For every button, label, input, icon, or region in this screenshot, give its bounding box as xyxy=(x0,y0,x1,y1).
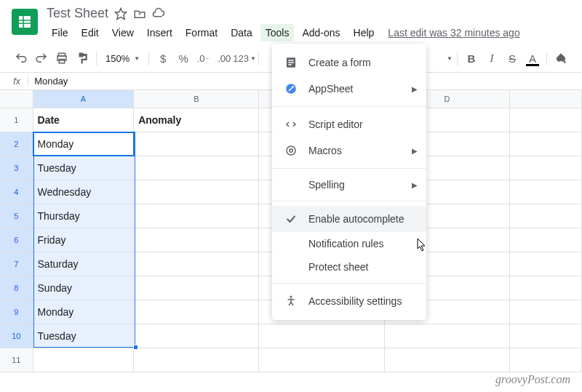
cell-E7[interactable] xyxy=(510,252,582,276)
row-header-1[interactable]: 1 xyxy=(0,108,33,132)
strikethrough-button[interactable]: S xyxy=(503,49,522,68)
cell-E9[interactable] xyxy=(510,300,582,324)
cell-A1[interactable]: Date xyxy=(33,108,135,132)
tools-menu-dropdown: Create a form AppSheet ▶ Script editor M… xyxy=(272,44,426,320)
cell-E4[interactable] xyxy=(510,180,582,204)
menu-help[interactable]: Help xyxy=(348,24,380,41)
menu-create-form[interactable]: Create a form xyxy=(272,49,426,76)
menu-addons[interactable]: Add-ons xyxy=(297,24,345,41)
menu-edit[interactable]: Edit xyxy=(76,24,104,41)
more-formats-button[interactable]: 123▼ xyxy=(235,49,254,68)
submenu-arrow-icon: ▶ xyxy=(412,147,418,155)
cell-B4[interactable] xyxy=(134,180,259,204)
cell-B5[interactable] xyxy=(134,204,259,228)
cell-A4[interactable]: Wednesday xyxy=(33,180,135,204)
increase-decimal-button[interactable]: .00 xyxy=(215,49,234,68)
cell-E11[interactable] xyxy=(510,348,582,372)
fill-color-button[interactable] xyxy=(551,49,570,68)
menu-notification-rules[interactable]: Notification rules xyxy=(272,232,426,255)
row-header-3[interactable]: 3 xyxy=(0,156,33,180)
row-header-6[interactable]: 6 xyxy=(0,228,33,252)
paint-format-button[interactable] xyxy=(73,49,92,68)
select-all-corner[interactable] xyxy=(0,90,33,108)
menu-tools[interactable]: Tools xyxy=(260,24,295,41)
text-color-button[interactable]: A xyxy=(523,49,542,68)
percent-button[interactable]: % xyxy=(174,49,193,68)
check-icon xyxy=(284,212,298,226)
cell-A2[interactable]: Monday xyxy=(33,132,135,156)
cell-D10[interactable] xyxy=(385,324,510,348)
row-header-5[interactable]: 5 xyxy=(0,204,33,228)
cell-A8[interactable]: Sunday xyxy=(33,276,135,300)
menu-script-editor[interactable]: Script editor xyxy=(272,111,426,137)
cell-A5[interactable]: Thursday xyxy=(33,204,135,228)
cell-E2[interactable] xyxy=(510,132,582,156)
col-header-E[interactable] xyxy=(510,90,582,108)
cell-A6[interactable]: Friday xyxy=(33,228,135,252)
menu-insert[interactable]: Insert xyxy=(142,24,178,41)
row-header-7[interactable]: 7 xyxy=(0,252,33,276)
cell-E8[interactable] xyxy=(510,276,582,300)
cell-B3[interactable] xyxy=(134,156,259,180)
cell-D11[interactable] xyxy=(385,348,510,372)
currency-button[interactable]: $ xyxy=(154,49,172,68)
cell-B8[interactable] xyxy=(134,276,259,300)
cell-B9[interactable] xyxy=(134,300,259,324)
row-header-10[interactable]: 10 xyxy=(0,324,33,348)
row-header-8[interactable]: 8 xyxy=(0,276,33,300)
menu-spelling[interactable]: Spelling ▶ xyxy=(272,173,426,196)
row-header-4[interactable]: 4 xyxy=(0,180,33,204)
cell-B6[interactable] xyxy=(134,228,259,252)
menu-file[interactable]: File xyxy=(47,24,73,41)
decrease-decimal-button[interactable]: .0← xyxy=(194,49,213,68)
menu-protect-sheet[interactable]: Protect sheet xyxy=(272,255,426,279)
menu-data[interactable]: Data xyxy=(226,24,258,41)
cloud-icon[interactable] xyxy=(152,7,165,20)
cell-E10[interactable] xyxy=(510,324,582,348)
menu-appsheet[interactable]: AppSheet ▶ xyxy=(272,76,426,102)
col-header-A[interactable]: A xyxy=(33,90,135,108)
edit-status[interactable]: Last edit was 32 minutes ago xyxy=(388,27,519,39)
row-header-2[interactable]: 2 xyxy=(0,132,33,156)
sheets-logo[interactable] xyxy=(12,9,38,35)
cell-B7[interactable] xyxy=(134,252,259,276)
undo-button[interactable] xyxy=(12,49,31,68)
cell-E6[interactable] xyxy=(510,228,582,252)
svg-rect-12 xyxy=(288,64,292,65)
cell-B1[interactable]: Anomaly xyxy=(134,108,259,132)
svg-rect-11 xyxy=(288,62,294,63)
cell-B2[interactable] xyxy=(134,132,259,156)
zoom-selector[interactable]: 150%▼ xyxy=(101,52,144,65)
formula-value[interactable]: Monday xyxy=(34,76,68,87)
bold-button[interactable]: B xyxy=(462,49,481,68)
fill-handle[interactable] xyxy=(133,345,138,350)
cell-A9[interactable]: Monday xyxy=(33,300,135,324)
print-button[interactable] xyxy=(52,49,71,68)
cell-E3[interactable] xyxy=(510,156,582,180)
menu-format[interactable]: Format xyxy=(180,24,223,41)
cell-C11[interactable] xyxy=(259,348,384,372)
cell-A3[interactable]: Tuesday xyxy=(33,156,135,180)
font-dropdown[interactable]: ▼ xyxy=(447,55,453,62)
cell-B11[interactable] xyxy=(134,348,259,372)
form-icon xyxy=(284,55,298,70)
cell-A11[interactable] xyxy=(33,348,135,372)
menu-enable-autocomplete[interactable]: Enable autocomplete xyxy=(272,206,426,232)
cell-A7[interactable]: Saturday xyxy=(33,252,135,276)
cell-E5[interactable] xyxy=(510,204,582,228)
cell-A10[interactable]: Tuesday xyxy=(33,324,135,348)
move-icon[interactable] xyxy=(133,7,146,20)
cell-B10[interactable] xyxy=(134,324,259,348)
star-icon[interactable] xyxy=(114,7,127,20)
row-header-11[interactable]: 11 xyxy=(0,348,33,372)
cell-C10[interactable] xyxy=(259,324,384,348)
italic-button[interactable]: I xyxy=(482,49,501,68)
redo-button[interactable] xyxy=(32,49,51,68)
menu-macros[interactable]: Macros ▶ xyxy=(272,137,426,164)
col-header-B[interactable]: B xyxy=(134,90,259,108)
cell-E1[interactable] xyxy=(510,108,582,132)
document-title[interactable]: Test Sheet xyxy=(47,6,108,21)
menu-view[interactable]: View xyxy=(107,24,139,41)
menu-accessibility[interactable]: Accessibility settings xyxy=(272,288,426,314)
row-header-9[interactable]: 9 xyxy=(0,300,33,324)
